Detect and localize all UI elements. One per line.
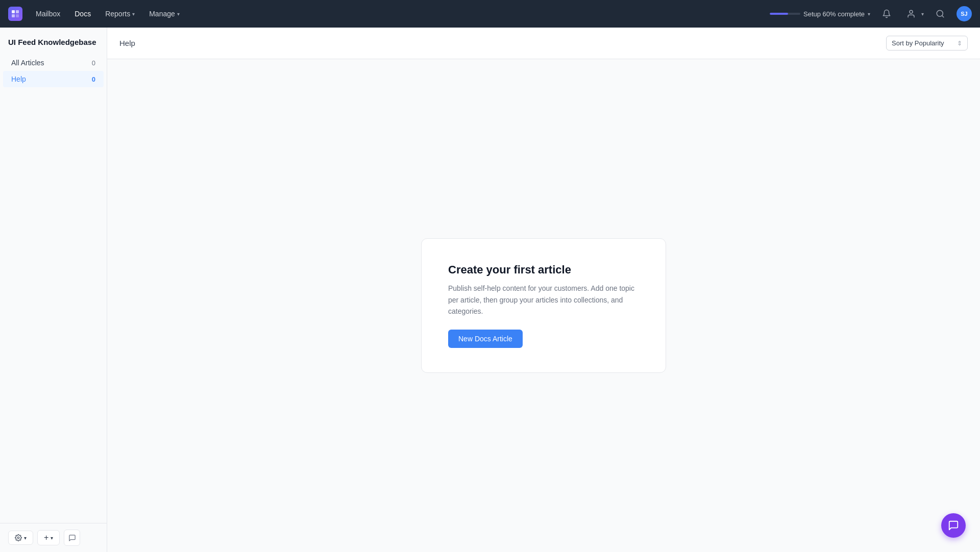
account-icon bbox=[903, 6, 919, 22]
svg-point-7 bbox=[17, 537, 19, 539]
svg-rect-2 bbox=[12, 14, 15, 17]
empty-state-description: Publish self-help content for your custo… bbox=[448, 283, 639, 317]
nav-reports[interactable]: Reports ▾ bbox=[104, 8, 136, 20]
reports-dropdown-icon: ▾ bbox=[132, 11, 135, 17]
breadcrumb: Help bbox=[119, 39, 135, 47]
top-nav: Mailbox Docs Reports ▾ Manage ▾ Setup 60… bbox=[0, 0, 980, 28]
app-logo[interactable] bbox=[8, 7, 22, 21]
add-icon: + bbox=[44, 534, 48, 542]
svg-rect-1 bbox=[16, 10, 19, 13]
svg-point-4 bbox=[910, 10, 913, 13]
sidebar-item-all-articles[interactable]: All Articles 0 bbox=[3, 55, 104, 71]
svg-rect-0 bbox=[12, 10, 15, 13]
manage-dropdown-icon: ▾ bbox=[177, 11, 180, 17]
content-body: Create your first article Publish self-h… bbox=[107, 59, 980, 552]
notifications-button[interactable] bbox=[878, 6, 895, 22]
app-layout: UI Feed Knowledgebase All Articles 0 Hel… bbox=[0, 0, 980, 552]
sort-chevron-icon: ⇕ bbox=[957, 40, 962, 47]
content-header: Help Sort by Popularity ⇕ bbox=[107, 28, 980, 59]
setup-progress-fill bbox=[770, 13, 788, 15]
main-content: Help Sort by Popularity ⇕ Create your fi… bbox=[107, 28, 980, 552]
user-avatar[interactable]: SJ bbox=[957, 6, 972, 21]
add-chevron-icon: ▾ bbox=[51, 535, 53, 541]
sort-select[interactable]: Sort by Popularity ⇕ bbox=[886, 36, 968, 51]
sidebar-bottom-actions: ▾ + ▾ bbox=[0, 523, 107, 552]
setup-chevron-icon: ▾ bbox=[868, 11, 870, 17]
sidebar-item-all-articles-label: All Articles bbox=[11, 59, 44, 67]
setup-progress-bar bbox=[770, 13, 800, 15]
setup-label: Setup 60% complete bbox=[803, 10, 865, 18]
settings-button[interactable]: ▾ bbox=[8, 531, 33, 545]
setup-progress[interactable]: Setup 60% complete ▾ bbox=[770, 10, 870, 18]
sidebar-item-all-articles-count: 0 bbox=[92, 59, 95, 67]
settings-chevron-icon: ▾ bbox=[24, 535, 27, 541]
svg-line-6 bbox=[942, 15, 943, 17]
empty-state-card: Create your first article Publish self-h… bbox=[421, 238, 666, 372]
search-button[interactable] bbox=[932, 6, 948, 22]
nav-manage[interactable]: Manage ▾ bbox=[148, 8, 181, 20]
message-icon-button[interactable] bbox=[64, 530, 80, 546]
nav-right: Setup 60% complete ▾ ▾ SJ bbox=[770, 6, 972, 22]
user-menu[interactable]: ▾ bbox=[903, 6, 924, 22]
user-chevron-icon: ▾ bbox=[921, 11, 924, 17]
nav-mailbox[interactable]: Mailbox bbox=[35, 8, 61, 20]
add-button[interactable]: + ▾ bbox=[37, 530, 60, 545]
chat-fab-button[interactable] bbox=[941, 513, 966, 538]
sidebar-item-help-label: Help bbox=[11, 75, 26, 83]
sidebar-item-help[interactable]: Help 0 bbox=[3, 71, 104, 87]
sidebar-item-help-count: 0 bbox=[92, 76, 95, 83]
sidebar-title: UI Feed Knowledgebase bbox=[0, 28, 107, 55]
empty-state-title: Create your first article bbox=[448, 263, 639, 277]
svg-rect-3 bbox=[16, 14, 19, 17]
nav-docs[interactable]: Docs bbox=[74, 8, 92, 20]
sort-label: Sort by Popularity bbox=[892, 39, 944, 47]
new-article-button[interactable]: New Docs Article bbox=[448, 330, 523, 348]
content-header-left: Help bbox=[119, 39, 135, 47]
sidebar: UI Feed Knowledgebase All Articles 0 Hel… bbox=[0, 28, 107, 552]
